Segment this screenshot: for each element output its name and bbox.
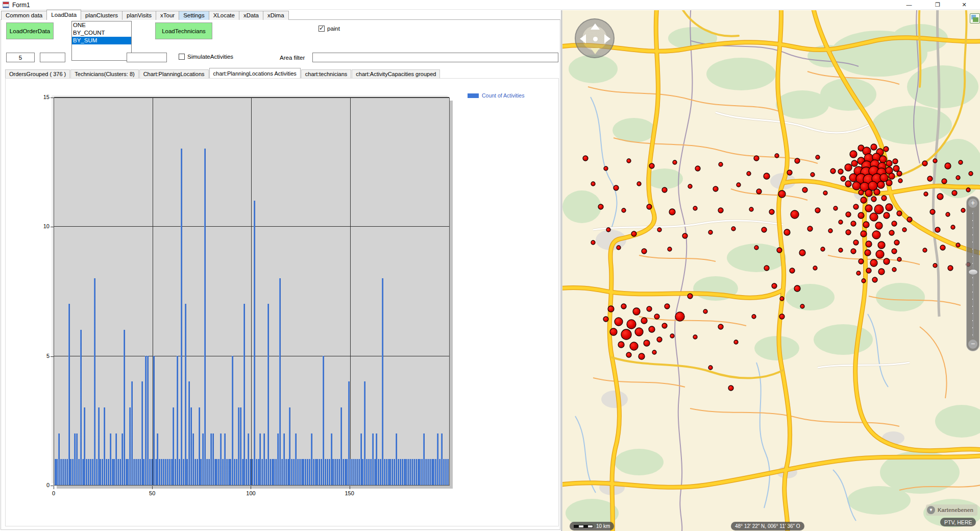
chart-bar	[389, 459, 391, 485]
tab-planvisits[interactable]: planVisits	[122, 11, 156, 20]
map-marker	[940, 245, 945, 250]
pan-right-arrow-icon[interactable]	[604, 34, 610, 43]
chart-bar	[352, 459, 354, 485]
chart-bar	[437, 433, 438, 485]
area-filter-input[interactable]	[312, 53, 558, 62]
subtab-chart-planninglocations-activities[interactable]: chart:PlanningLocations Activities	[209, 68, 301, 78]
pan-up-arrow-icon[interactable]	[591, 23, 600, 30]
tab-settings[interactable]: Settings	[179, 11, 209, 20]
map-marker	[930, 209, 935, 214]
chart-bar	[230, 459, 231, 485]
pan-down-arrow-icon[interactable]	[591, 48, 600, 54]
simulate-activities-checkbox[interactable]: SimulateActivities	[179, 54, 233, 60]
layers-dropdown-icon[interactable]: ▼	[927, 506, 935, 514]
map-marker	[865, 205, 872, 212]
chart-bar	[112, 459, 113, 485]
map-pan-compass[interactable]	[575, 18, 615, 58]
map-marker	[889, 173, 895, 179]
chart-bar	[350, 459, 352, 485]
chart-bar	[190, 407, 192, 485]
chart-bar	[169, 459, 170, 485]
paint-checkbox-box[interactable]	[318, 26, 325, 32]
chart-bar	[447, 459, 449, 485]
x-axis-tick	[54, 486, 54, 489]
listbox-item-by-count[interactable]: BY_COUNT	[72, 29, 131, 37]
tab-xtour[interactable]: xTour	[156, 11, 179, 20]
map-marker	[669, 209, 675, 215]
count-input[interactable]	[6, 53, 35, 62]
map-marker	[874, 189, 880, 195]
zoom-in-button[interactable]: +	[968, 199, 977, 208]
map-marker	[784, 229, 790, 235]
listbox-item-one[interactable]: ONE	[72, 21, 131, 29]
tab-xdima[interactable]: xDima	[263, 11, 289, 20]
chart-bar	[126, 459, 127, 485]
pan-center-dot[interactable]	[593, 37, 598, 41]
chart-bar	[76, 433, 78, 485]
tab-planclusters[interactable]: planClusters	[81, 11, 122, 20]
chart-bar	[259, 433, 261, 485]
close-button[interactable]: ✕	[952, 0, 976, 10]
load-order-data-button[interactable]: LoadOrderData	[6, 22, 54, 39]
map-marker	[649, 326, 655, 332]
map-overview-icon[interactable]	[970, 13, 980, 23]
simulate-checkbox-box[interactable]	[179, 54, 185, 60]
map-marker	[631, 231, 636, 236]
tab-xlocate[interactable]: XLocate	[209, 11, 239, 20]
tab-loaddata[interactable]: LoadData	[46, 10, 81, 20]
subtab-ordersgrouped-376[interactable]: OrdersGrouped ( 376 )	[5, 69, 70, 78]
map-marker	[870, 213, 878, 221]
map-marker	[923, 248, 927, 252]
map-marker	[886, 160, 892, 166]
map-marker	[876, 250, 884, 258]
chart-bar	[382, 278, 383, 485]
map-canvas[interactable]: + − 10 km 48° 12′ 22″ N, 006° 11′ 36″ O …	[561, 10, 980, 531]
load-technicians-button[interactable]: LoadTechnicians	[155, 22, 212, 39]
x-axis-tick	[152, 486, 153, 489]
subtab-chart-activitycapacities-grouped[interactable]: chart:ActivityCapacities grouped	[352, 69, 440, 78]
chart-bar	[106, 459, 107, 485]
chart-bar	[323, 356, 324, 485]
chart-bar	[400, 459, 401, 485]
zoom-out-button[interactable]: −	[968, 340, 977, 349]
map-marker	[922, 161, 927, 166]
chart-bar	[378, 459, 379, 485]
minimize-button[interactable]: —	[897, 0, 921, 10]
chart-legend: Count of Activities	[468, 92, 524, 99]
chart-bar	[137, 459, 139, 485]
subtab-technicians-clusters-8[interactable]: Technicians(Clusters: 8)	[70, 69, 138, 78]
zoom-slider-thumb[interactable]	[968, 269, 978, 275]
aggregation-listbox[interactable]: ONEBY_COUNTBY_SUM	[71, 21, 132, 61]
map-marker	[969, 172, 973, 176]
tab-xdata[interactable]: xData	[239, 11, 263, 20]
chart-bar	[346, 459, 348, 485]
map-marker	[907, 217, 912, 222]
map-marker	[851, 160, 857, 166]
listbox-item-by-sum[interactable]: BY_SUM	[72, 37, 131, 44]
chart-bar	[157, 433, 158, 485]
chart-bar	[218, 459, 219, 485]
subtab-chart-planninglocations[interactable]: Chart:PlanningLocations	[139, 69, 209, 78]
title-bar: Form1 — ❐ ✕	[0, 0, 980, 10]
chart-bar	[315, 459, 316, 485]
secondary-input[interactable]	[40, 53, 65, 62]
chart-bar	[364, 381, 365, 485]
map-marker	[893, 165, 899, 172]
map-zoom-slider[interactable]: + −	[966, 196, 979, 351]
chart-bar	[316, 459, 318, 485]
map-marker	[794, 285, 800, 292]
restore-button[interactable]: ❐	[926, 0, 949, 10]
subtab-chart-technicians[interactable]: chart:technicians	[301, 69, 352, 78]
map-marker	[959, 160, 963, 164]
pan-left-arrow-icon[interactable]	[580, 34, 586, 43]
tab-common-data[interactable]: Common data	[1, 11, 47, 20]
chart-bar	[427, 459, 429, 485]
map-marker	[892, 221, 897, 226]
chart-bar	[179, 459, 180, 485]
map-marker	[688, 294, 693, 299]
map-marker	[871, 144, 877, 150]
paint-checkbox[interactable]: paint	[318, 26, 340, 32]
map-marker	[838, 169, 843, 174]
technicians-input[interactable]	[127, 53, 167, 62]
map-layers-button[interactable]: ▼ Kartenebenen	[926, 504, 977, 516]
